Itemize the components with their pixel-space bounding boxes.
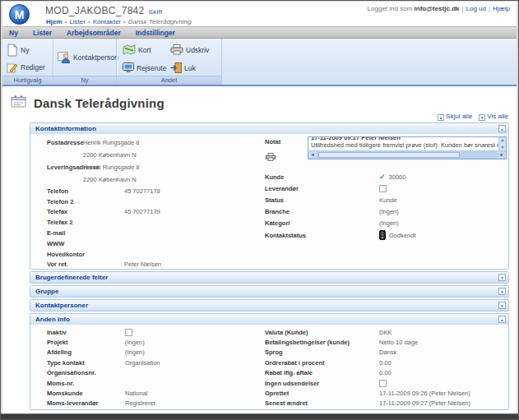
expand-section-button[interactable]: ▼ (498, 274, 506, 281)
scroll-up-icon[interactable]: ▲ (499, 137, 506, 144)
scrollbar-track[interactable] (317, 151, 498, 159)
content-area: Dansk Telerådgivning ▲Skjul alle ▼Vis al… (2, 86, 517, 413)
field-label: Projekt (30, 339, 125, 346)
scroll-left-icon[interactable]: ◄ (308, 151, 317, 159)
field-sprog: SprogDansk (254, 348, 505, 358)
field-valuta: Valuta (Kunde)DKK (254, 327, 505, 337)
route-device-icon (123, 62, 134, 73)
field-value: 30000 (389, 173, 406, 181)
expand-all-link[interactable]: ▼Vis alle (479, 113, 508, 120)
field-ordrerabat: Ordrerabat i procent0.00 (254, 358, 505, 367)
field-label: Telefax 2 (30, 219, 83, 226)
new-button[interactable]: Ny (2, 41, 53, 58)
divider: | (461, 5, 463, 12)
traffic-light-icon (379, 230, 386, 240)
brand-logo-icon: M (9, 4, 30, 25)
section-title: Kontaktpersoner (30, 302, 88, 309)
collapse-section-button[interactable]: ▲ (498, 316, 506, 323)
field-label: Ingen udsendelser (254, 380, 379, 387)
contact-person-button[interactable]: Kontaktperson (53, 48, 116, 66)
section-title: Anden info (30, 316, 70, 323)
ingen-udsendelser-checkbox[interactable] (379, 380, 387, 387)
edit-button[interactable]: Rediger (2, 58, 53, 76)
section-kontaktinformation: Kontaktinformation ▲ PostadresseHenrik R… (30, 122, 509, 270)
field-label: Oprettet (254, 390, 379, 397)
section-header[interactable]: Gruppe ▼ (30, 286, 508, 297)
menu-lister[interactable]: Lister (33, 29, 52, 37)
section-header[interactable]: Anden info ▲ (30, 314, 508, 325)
field-label: Status (254, 196, 379, 204)
breadcrumb-lister[interactable]: Lister (69, 18, 86, 25)
logo-letter: M (15, 8, 25, 21)
menu-indstillinger[interactable]: Indstillinger (136, 29, 175, 37)
section-title: Gruppe (30, 288, 58, 295)
ribbon-group-label: Ny (53, 76, 116, 85)
leverandor-checkbox[interactable] (379, 185, 387, 192)
breadcrumb-current: Dansk Telerådgivning (128, 18, 192, 25)
map-button[interactable]: Kort (118, 41, 151, 58)
section-header[interactable]: Brugerdefinerede felter ▼ (30, 272, 508, 283)
notat-horizontal-scrollbar[interactable]: ◄ ► (308, 150, 506, 159)
inaktiv-checkbox[interactable] (125, 329, 132, 336)
collapse-all-label: Skjul alle (446, 113, 472, 120)
collapse-section-button[interactable]: ▲ (498, 125, 506, 132)
section-header[interactable]: Kontaktpersoner ▼ (30, 300, 508, 311)
close-button[interactable]: Luk (166, 59, 196, 76)
field-senest-aendret: Senest ændret17-11-2009 09:27 (Peter Nie… (254, 399, 505, 408)
field-status: StatusKunde (254, 194, 505, 205)
field-value: (Ingen) (379, 219, 399, 227)
map-icon (123, 44, 136, 55)
scrollbar-thumb[interactable] (318, 152, 460, 158)
field-value: 45 70277179 (124, 208, 160, 215)
field-value: Registreret (125, 399, 155, 407)
field-label: Afdeling (30, 348, 125, 356)
notat-textbox[interactable]: 17-11-2009 09:27 Peter Nielsen Utilfreds… (308, 136, 507, 159)
page-title: Dansk Telerådgivning (34, 96, 165, 110)
field-label: Postadresse (30, 139, 83, 146)
print-note-icon[interactable] (266, 150, 276, 164)
main-menu: Ny Lister Arbejdsområder Indstillinger (2, 26, 517, 39)
app-title-text: MOD_JAKOBC_7842 (45, 5, 145, 16)
window-bottom-frame (1, 413, 518, 419)
contact-person-label: Kontaktperson (73, 53, 118, 62)
route-button[interactable]: Rejserute (118, 59, 166, 76)
map-button-label: Kort (138, 46, 151, 54)
field-label: Moms-leverandør (30, 399, 125, 407)
field-leveringsadresse-line2: 2200 København N (30, 173, 253, 186)
section-header[interactable]: Kontaktinformation ▲ (30, 123, 508, 134)
print-button[interactable]: Udskriv (166, 41, 209, 58)
field-label: Telefon 2 (30, 198, 83, 205)
field-value: DKK (379, 329, 392, 336)
expand-section-button[interactable]: ▼ (498, 302, 506, 309)
menu-arbejdsomrader[interactable]: Arbejdsområder (67, 29, 121, 37)
breadcrumb-kontakter[interactable]: Kontakter (93, 18, 121, 25)
scroll-right-icon[interactable]: ► (498, 151, 506, 159)
expand-section-button[interactable]: ▼ (498, 288, 506, 295)
menu-ny[interactable]: Ny (9, 29, 18, 37)
collapse-all-link[interactable]: ▲Skjul alle (438, 113, 472, 120)
field-label: Senest ændret (254, 399, 379, 407)
breadcrumb-separator: • (88, 18, 90, 25)
field-postadresse: PostadresseHenrik Rungsgade 8 (30, 136, 253, 149)
ribbon-toolbar: Ny Rediger Hurtigvalg Kontaktperson Ny (2, 39, 517, 86)
field-telefon: Telefon45 70277178 (30, 186, 253, 196)
logout-link[interactable]: Log ud (466, 5, 486, 12)
contact-person-icon (58, 51, 71, 63)
switch-user-link[interactable]: Skift (149, 8, 163, 16)
kontaktinfo-left-column: PostadresseHenrik Rungsgade 8 2200 Køben… (30, 136, 253, 270)
field-momsnr: Moms-nr. (30, 378, 253, 388)
notat-vertical-scrollbar[interactable]: ▲ ▼ (498, 137, 506, 151)
help-link[interactable]: Hjælp (493, 5, 510, 12)
breadcrumb-home[interactable]: Hjem (46, 18, 63, 25)
anden-info-body: Inaktiv Projekt(Ingen) Afdeling(Ingen) T… (30, 325, 508, 409)
field-label: Ordrerabat i procent (254, 359, 379, 367)
field-label: E-mail (30, 229, 83, 237)
ribbon-group-hurtigvalg: Ny Rediger Hurtigvalg (2, 39, 53, 85)
field-label: Momskunde (30, 390, 125, 397)
field-label: Hovedkontor (30, 251, 83, 258)
field-label: Inaktiv (30, 329, 125, 336)
field-label: Kategori (254, 219, 379, 227)
collapse-all-icon: ▲ (438, 114, 444, 121)
field-value: Netto 10 dage (379, 339, 418, 346)
field-kunde: Kunde✓30000 (254, 171, 505, 182)
